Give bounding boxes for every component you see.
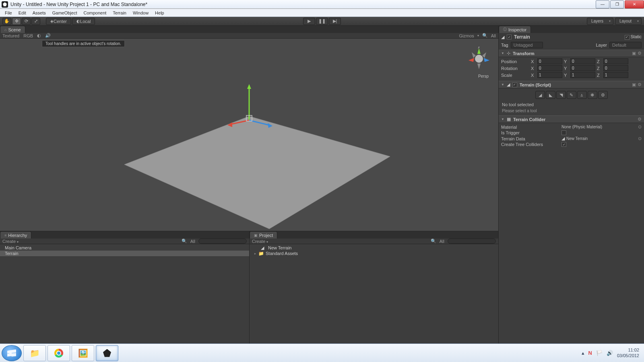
- project-search-label: All: [440, 239, 444, 244]
- menu-file[interactable]: File: [2, 10, 15, 16]
- terrain-tool-trees[interactable]: ⍋: [577, 91, 587, 99]
- folder-expand-icon[interactable]: ▸: [254, 252, 256, 255]
- unity-logo-icon: [2, 1, 8, 8]
- chrome-icon: [54, 349, 63, 358]
- pause-button[interactable]: ❚❚: [316, 18, 328, 25]
- gear-icon[interactable]: ⚙: [638, 117, 642, 122]
- layers-dropdown[interactable]: Layers: [587, 18, 613, 25]
- project-icon: ▣: [254, 233, 258, 237]
- taskbar-chrome[interactable]: [47, 345, 70, 361]
- tab-hierarchy[interactable]: ≡Hierarchy: [0, 231, 31, 239]
- object-picker-icon[interactable]: ⊙: [638, 136, 642, 141]
- close-button[interactable]: ✕: [625, 0, 644, 8]
- svg-marker-0: [124, 116, 390, 229]
- hierarchy-list: Main Camera Terrain: [0, 244, 249, 343]
- step-button[interactable]: ▶|: [329, 18, 341, 25]
- hierarchy-item-main-camera[interactable]: Main Camera: [0, 245, 249, 251]
- create-trees-checkbox[interactable]: ✓: [561, 142, 566, 147]
- gizmos-dropdown[interactable]: Gizmos: [459, 33, 474, 38]
- menu-edit[interactable]: Edit: [15, 10, 29, 16]
- terrain-tool-paint[interactable]: ✎: [567, 91, 576, 99]
- tab-scene[interactable]: ⌂Scene: [0, 26, 25, 33]
- position-y-input[interactable]: [570, 58, 595, 64]
- menu-help[interactable]: Help: [152, 10, 167, 16]
- project-item-new-terrain[interactable]: ◢New Terrain: [250, 245, 498, 251]
- step-icon: ▶|: [333, 19, 337, 24]
- help-icon[interactable]: ▣: [632, 82, 636, 87]
- menu-terrain[interactable]: Terrain: [109, 10, 130, 16]
- object-name-field[interactable]: Terrain: [514, 34, 530, 40]
- hierarchy-item-terrain[interactable]: Terrain: [0, 251, 249, 256]
- hierarchy-create-dropdown[interactable]: Create ▾: [2, 239, 19, 244]
- pivot-center-toggle[interactable]: ◈ Center: [46, 18, 71, 25]
- terrain-tool-smooth[interactable]: ◥: [556, 91, 566, 99]
- scene-viewport[interactable]: Tool handles are in active object's rota…: [0, 39, 498, 231]
- menu-gameobject[interactable]: GameObject: [49, 10, 80, 16]
- terrain-tool-details[interactable]: ❋: [588, 91, 597, 99]
- project-create-dropdown[interactable]: Create ▾: [252, 239, 268, 244]
- menu-component[interactable]: Component: [80, 10, 109, 16]
- layer-dropdown[interactable]: Default: [609, 42, 642, 48]
- component-transform-header[interactable]: ▼ ⊹ Transform ▣⚙: [499, 49, 644, 57]
- play-button[interactable]: ▶: [303, 18, 315, 25]
- rotation-y-input[interactable]: [570, 65, 595, 71]
- static-toggle[interactable]: ✓ Static: [625, 34, 642, 40]
- terrain-script-enabled-checkbox[interactable]: ✓: [512, 82, 517, 87]
- object-enabled-checkbox[interactable]: ✓: [507, 35, 512, 39]
- tool-move[interactable]: ✥: [12, 18, 21, 25]
- terrain-tool-settings[interactable]: ⚙: [598, 91, 608, 99]
- project-item-standard-assets[interactable]: ▸📁Standard Assets: [250, 251, 498, 256]
- transform-icon: ⊹: [507, 51, 510, 56]
- terrain-data-field[interactable]: New Terrain: [566, 136, 638, 141]
- pivot-local-toggle[interactable]: ◐ Local: [72, 18, 95, 25]
- scene-shading-dropdown[interactable]: Textured: [2, 33, 19, 38]
- taskbar-explorer[interactable]: 📁: [23, 345, 46, 361]
- rotation-x-input[interactable]: [537, 65, 562, 71]
- tray-expand-icon[interactable]: ▴: [582, 350, 584, 356]
- tag-dropdown[interactable]: Untagged: [511, 42, 543, 48]
- tool-hand[interactable]: ✋: [2, 18, 11, 25]
- terrain-tool-raise[interactable]: ◢: [535, 91, 545, 99]
- tab-project[interactable]: ▣Project: [250, 231, 277, 239]
- pivot-local-label: Local: [80, 19, 91, 24]
- start-button[interactable]: [2, 345, 22, 361]
- tray-flag-icon[interactable]: 🏳️: [596, 350, 603, 356]
- position-x-input[interactable]: [537, 58, 562, 64]
- menu-window[interactable]: Window: [130, 10, 152, 16]
- component-terrain-collider-header[interactable]: ▼ ▦ Terrain Collider ⚙: [499, 115, 644, 123]
- menu-assets[interactable]: Assets: [29, 10, 49, 16]
- scale-y-input[interactable]: [570, 72, 595, 78]
- terrain-tool-setheight[interactable]: ◣: [546, 91, 555, 99]
- fold-icon: ▼: [501, 51, 504, 55]
- layout-dropdown[interactable]: Layout: [615, 18, 642, 25]
- gear-icon[interactable]: ⚙: [638, 82, 642, 87]
- maximize-button[interactable]: ❐: [610, 0, 624, 8]
- tab-inspector[interactable]: ⓘInspector: [499, 26, 531, 33]
- help-icon[interactable]: ▣: [632, 51, 636, 56]
- taskbar-unity[interactable]: [96, 345, 118, 361]
- taskbar-app[interactable]: 🖼️: [72, 345, 94, 361]
- system-clock[interactable]: 11:02 03/05/2012: [617, 348, 639, 358]
- minimize-button[interactable]: —: [596, 0, 609, 8]
- component-terrain-script-header[interactable]: ▼ ◢ ✓ Terrain (Script) ▣⚙: [499, 81, 644, 88]
- scene-orientation-gizmo[interactable]: y: [467, 47, 491, 71]
- hierarchy-search-input[interactable]: [198, 239, 247, 244]
- tray-n-icon[interactable]: N: [588, 350, 592, 356]
- scale-z-input[interactable]: [603, 72, 628, 78]
- tray-volume-icon[interactable]: 🔊: [607, 350, 613, 356]
- object-picker-icon[interactable]: ⊙: [638, 124, 642, 130]
- material-field[interactable]: None (Physic Material): [561, 125, 638, 129]
- scene-rendermode-dropdown[interactable]: RGB: [23, 33, 33, 38]
- project-search-input[interactable]: [448, 239, 496, 244]
- scene-audio-toggle[interactable]: 🔊: [45, 33, 51, 38]
- tool-rotate[interactable]: ⟳: [22, 18, 31, 25]
- scale-x-input[interactable]: [537, 72, 562, 78]
- rotation-z-input[interactable]: [603, 65, 628, 71]
- scene-projection-label[interactable]: Persp: [478, 74, 489, 78]
- position-z-input[interactable]: [603, 58, 628, 64]
- tool-scale[interactable]: ⤢: [31, 18, 40, 25]
- is-trigger-checkbox[interactable]: [561, 130, 566, 135]
- clock-date: 03/05/2012: [617, 353, 639, 358]
- gear-icon[interactable]: ⚙: [638, 51, 642, 56]
- scene-light-toggle[interactable]: ◐: [37, 33, 41, 38]
